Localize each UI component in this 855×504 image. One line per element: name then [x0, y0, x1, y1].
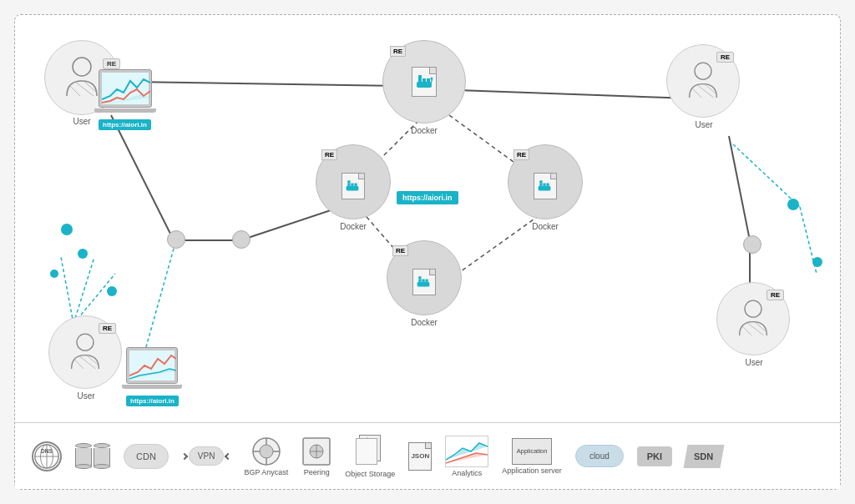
legend-db — [75, 443, 110, 469]
legend-appserver: Application Application server — [502, 438, 562, 475]
svg-point-17 — [73, 58, 91, 76]
legend-vpn: VPN — [182, 446, 231, 466]
svg-rect-24 — [427, 78, 430, 82]
svg-point-26 — [431, 78, 433, 80]
svg-line-12 — [733, 144, 800, 207]
svg-line-47 — [742, 326, 751, 335]
svg-point-60 — [260, 445, 273, 458]
teal-dot-6 — [812, 257, 822, 267]
svg-rect-30 — [354, 184, 357, 186]
re-badge-docker2: RE — [321, 149, 337, 160]
appserver-icon: Application — [512, 438, 552, 465]
svg-line-8 — [729, 136, 750, 240]
docker-label-3: Docker — [508, 222, 583, 231]
sdn-icon: SDN — [684, 445, 725, 468]
svg-line-15 — [73, 257, 94, 324]
svg-rect-36 — [539, 180, 542, 183]
svg-point-50 — [77, 334, 94, 350]
svg-rect-27 — [347, 186, 359, 191]
svg-line-10 — [132, 82, 399, 86]
re-badge-docker3: RE — [514, 149, 529, 160]
svg-line-18 — [70, 86, 80, 96]
junction-3 — [743, 235, 761, 254]
cdn-icon: CDN — [124, 444, 169, 469]
legend-analytics: Analytics — [445, 436, 488, 477]
laptop-node-1: https://aiori.in — [99, 69, 156, 130]
teal-dot-1 — [61, 224, 73, 235]
docker-node-3: RE Docker — [508, 144, 583, 231]
user-label-4: User — [48, 391, 124, 401]
bgp-label: BGP Anycast — [244, 468, 288, 476]
svg-rect-32 — [539, 186, 551, 191]
url-badge-user4: https://aiori.in — [126, 396, 179, 406]
docker-label-1: Docker — [382, 126, 466, 135]
teal-dot-4 — [107, 286, 117, 296]
svg-rect-28 — [347, 184, 350, 186]
legend-cdn: CDN — [124, 444, 169, 469]
appserver-label: Application server — [502, 466, 562, 475]
svg-line-43 — [692, 88, 701, 98]
svg-point-46 — [745, 300, 761, 317]
user-node-2: RE User — [666, 44, 741, 129]
dns-icon: DNS — [32, 441, 62, 471]
user-person-icon-2 — [686, 61, 720, 101]
user-person-icon-1 — [63, 56, 100, 99]
svg-rect-34 — [543, 184, 545, 186]
re-badge-docker1: RE — [390, 46, 406, 57]
vpn-label: VPN — [189, 446, 225, 466]
junction-1 — [167, 230, 185, 249]
docker-node-4: RE Docker — [387, 240, 462, 327]
teal-dot-5 — [787, 199, 799, 210]
user-node-4: RE User — [48, 315, 124, 401]
legend-bar: DNS CDN — [15, 422, 840, 489]
user-label-2: User — [666, 120, 741, 129]
pki-icon: PKI — [637, 446, 672, 466]
docker-label-2: Docker — [316, 222, 391, 231]
svg-line-11 — [144, 249, 174, 353]
url-badge-user1: https://aiori.in — [99, 119, 151, 130]
legend-peering: Peering — [301, 436, 331, 476]
legend-json: JSON — [408, 442, 432, 471]
object-storage-icon — [356, 435, 384, 468]
vpn-icon: VPN — [182, 446, 231, 466]
re-badge-user4: RE — [99, 323, 116, 334]
svg-point-42 — [695, 63, 711, 79]
svg-line-0 — [111, 115, 174, 240]
svg-rect-33 — [539, 184, 542, 186]
svg-rect-38 — [418, 280, 421, 282]
svg-rect-21 — [417, 82, 432, 88]
user-label-3: User — [716, 358, 792, 367]
svg-rect-29 — [351, 184, 353, 186]
svg-text:DNS: DNS — [41, 448, 53, 454]
re-badge-user1: RE — [103, 58, 120, 69]
main-diagram: User RE https://aiori.in RE — [14, 14, 841, 490]
svg-rect-23 — [422, 78, 426, 82]
peering-label: Peering — [304, 468, 330, 476]
legend-cloud: cloud — [575, 445, 624, 467]
legend-dns: DNS — [32, 441, 62, 471]
svg-line-14 — [61, 257, 73, 324]
analytics-icon — [445, 436, 488, 467]
laptop-node-2: https://aiori.in — [126, 347, 182, 406]
re-badge-docker4: RE — [392, 245, 408, 256]
user-node-3: RE User — [716, 282, 792, 367]
db-icon — [75, 443, 110, 469]
peering-icon — [301, 436, 331, 466]
docker-node-2: RE Docker — [316, 144, 391, 231]
svg-rect-37 — [417, 282, 430, 287]
teal-dot-3 — [50, 270, 58, 278]
url-center-badge: https://aiori.in — [397, 189, 458, 204]
docker-node-1: RE — [382, 40, 466, 135]
svg-rect-39 — [422, 280, 424, 282]
cloud-icon: cloud — [575, 445, 624, 467]
json-icon: JSON — [408, 442, 432, 471]
svg-rect-41 — [418, 276, 421, 279]
svg-line-7 — [458, 90, 691, 98]
junction-2 — [232, 230, 250, 249]
legend-sdn: SDN — [686, 445, 722, 468]
docker-label-4: Docker — [387, 318, 462, 327]
svg-rect-25 — [418, 75, 422, 78]
svg-rect-35 — [546, 184, 549, 186]
user-person-icon-3 — [736, 299, 770, 339]
teal-dot-2 — [78, 249, 88, 259]
